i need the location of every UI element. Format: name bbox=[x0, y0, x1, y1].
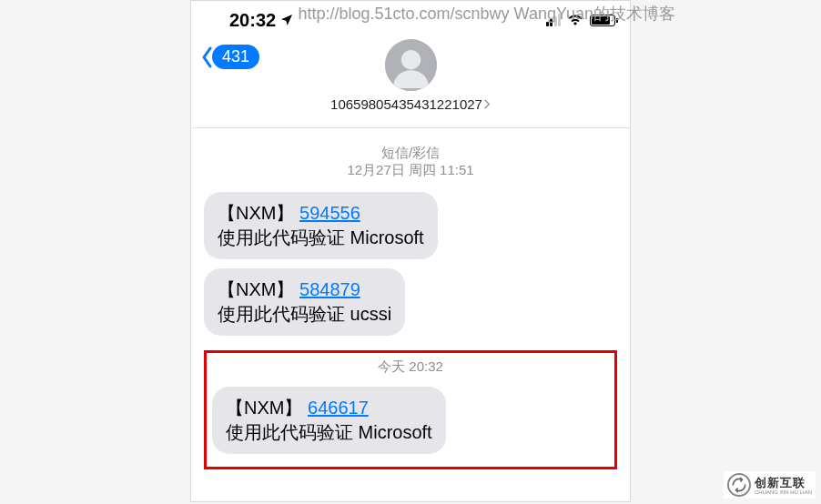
messages-area[interactable]: 短信/彩信 12月27日 周四 11:51 【NXM】 594556 使用此代码… bbox=[191, 128, 630, 477]
contact-number: 10659805435431221027 bbox=[330, 96, 482, 112]
watermark-text: http://blog.51cto.com/scnbwy WangYuan的技术… bbox=[298, 3, 675, 25]
sms-label: 短信/彩信 bbox=[200, 145, 621, 162]
message-bubble-3[interactable]: 【NXM】 646617 使用此代码验证 Microsoft bbox=[212, 387, 446, 454]
msg3-body: 使用此代码验证 Microsoft bbox=[226, 422, 432, 442]
time-value: 20:32 bbox=[229, 10, 276, 31]
avatar bbox=[385, 39, 437, 91]
msg3-prefix: 【NXM】 bbox=[226, 398, 302, 418]
chevron-right-icon bbox=[484, 99, 491, 109]
message-bubble-1[interactable]: 【NXM】 594556 使用此代码验证 Microsoft bbox=[204, 192, 438, 259]
timestamp-section-1: 短信/彩信 12月27日 周四 11:51 bbox=[200, 145, 621, 179]
msg3-code[interactable]: 646617 bbox=[308, 398, 369, 418]
logo-icon bbox=[727, 473, 751, 497]
highlight-box: 今天 20:32 【NXM】 646617 使用此代码验证 Microsoft bbox=[204, 350, 617, 469]
timestamp-section-2: 今天 20:32 bbox=[208, 358, 613, 376]
status-time: 20:32 bbox=[229, 10, 294, 31]
nav-header: 431 10659805435431221027 bbox=[191, 37, 630, 128]
phone-frame: 20:32 431 10659805435431221027 bbox=[190, 0, 631, 502]
contact-info[interactable]: 10659805435431221027 bbox=[191, 39, 630, 112]
svg-point-1 bbox=[400, 50, 420, 69]
location-arrow-icon bbox=[279, 13, 294, 27]
msg2-prefix: 【NXM】 bbox=[218, 279, 294, 299]
msg2-body: 使用此代码验证 ucssi bbox=[218, 304, 391, 324]
bottom-logo: 创新互联 CHUANG XIN HU LIAN bbox=[724, 471, 816, 499]
date-1: 12月27日 周四 11:51 bbox=[200, 162, 621, 179]
msg1-prefix: 【NXM】 bbox=[218, 203, 294, 223]
msg1-body: 使用此代码验证 Microsoft bbox=[218, 227, 424, 247]
message-bubble-2[interactable]: 【NXM】 584879 使用此代码验证 ucssi bbox=[204, 268, 405, 336]
logo-subtext: CHUANG XIN HU LIAN bbox=[755, 489, 812, 495]
msg1-code[interactable]: 594556 bbox=[299, 203, 360, 223]
date-2: 今天 20:32 bbox=[378, 358, 443, 374]
msg2-code[interactable]: 584879 bbox=[299, 279, 360, 299]
contact-name-row: 10659805435431221027 bbox=[330, 96, 491, 112]
